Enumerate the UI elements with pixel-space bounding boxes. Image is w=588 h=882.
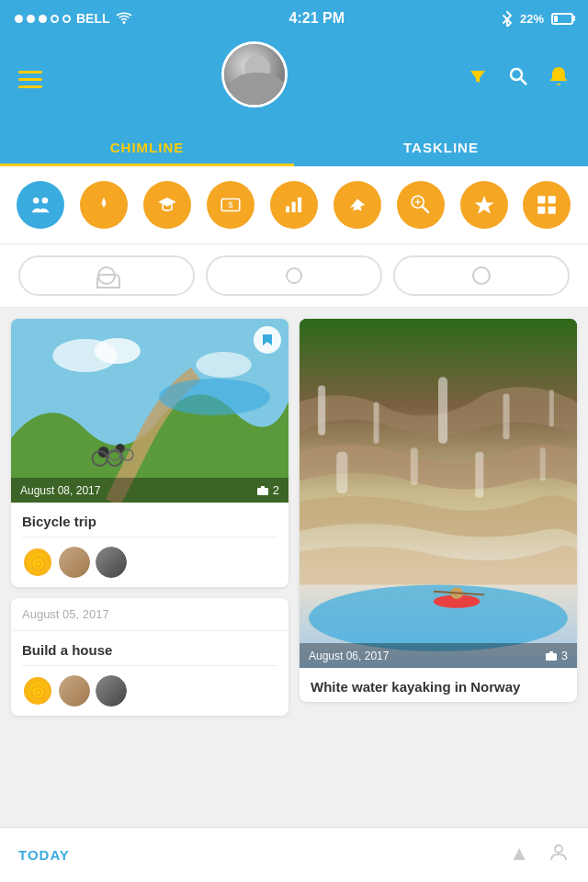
status-time: 4:21 PM (289, 10, 345, 27)
svg-point-22 (95, 338, 141, 364)
content-grid: August 08, 2017 2 Bicycle trip (0, 308, 588, 727)
notification-icon[interactable] (548, 65, 570, 93)
scroll-up-icon[interactable]: ▲ (509, 842, 529, 869)
category-favorites[interactable] (460, 181, 508, 229)
svg-rect-10 (298, 198, 301, 212)
svg-point-3 (33, 198, 40, 204)
svg-rect-17 (548, 196, 556, 203)
svg-rect-42 (540, 447, 546, 481)
coin-avatar2 (22, 675, 53, 707)
kayaking-meta: August 06, 2017 3 (300, 643, 577, 668)
scene-kayak (300, 319, 577, 668)
svg-rect-8 (286, 207, 289, 213)
header (0, 37, 588, 129)
moon-filter-icon (286, 267, 302, 284)
category-travel[interactable] (334, 181, 381, 229)
svg-rect-9 (292, 202, 296, 212)
svg-line-2 (521, 79, 526, 85)
avatar-user3 (59, 675, 90, 707)
build-house-avatars (11, 666, 288, 716)
avatar-user1 (59, 547, 90, 578)
avatar-coin (22, 547, 53, 578)
photo-icon2 (545, 650, 558, 662)
person1-avatar (59, 547, 90, 578)
category-family[interactable] (17, 181, 64, 229)
smiley-filter-icon (472, 266, 491, 285)
menu-button[interactable] (18, 71, 42, 88)
header-top (0, 37, 588, 121)
svg-marker-15 (474, 196, 493, 214)
right-column: August 06, 2017 3 White water kayaking i… (300, 319, 577, 716)
dot5 (62, 15, 71, 23)
battery-percent: 22% (520, 12, 544, 26)
svg-point-4 (42, 198, 49, 204)
category-row: $ (0, 166, 588, 244)
profile-icon[interactable] (548, 842, 570, 869)
avatar-user2 (96, 547, 127, 578)
build-house-date: August 05, 2017 (11, 598, 288, 631)
avatar[interactable] (221, 41, 288, 107)
card-build-house: August 05, 2017 Build a house (11, 598, 288, 716)
build-house-title: Build a house (11, 631, 288, 665)
left-column: August 08, 2017 2 Bicycle trip (11, 319, 288, 716)
svg-rect-19 (548, 207, 556, 214)
svg-rect-34 (318, 385, 325, 435)
bottom-bar: TODAY ▲ (0, 827, 588, 882)
carrier-label: BELL (76, 11, 110, 26)
person4-avatar (96, 675, 127, 707)
dot2 (27, 15, 35, 23)
wifi-icon (116, 12, 132, 25)
tab-taskline[interactable]: TASKLINE (294, 129, 588, 166)
svg-rect-39 (336, 452, 347, 493)
bicycle-photo-number: 2 (273, 483, 279, 497)
bookmark-button[interactable] (254, 326, 281, 354)
svg-rect-16 (538, 196, 546, 203)
category-work[interactable] (80, 181, 128, 229)
dot3 (39, 15, 47, 23)
filter-mood[interactable] (393, 255, 570, 296)
kayaking-image: August 06, 2017 3 (300, 319, 577, 668)
card-kayaking: August 06, 2017 3 White water kayaking i… (300, 319, 577, 702)
svg-line-12 (422, 207, 428, 213)
card-bicycle-trip: August 08, 2017 2 Bicycle trip (11, 319, 288, 587)
svg-marker-5 (158, 198, 176, 207)
filter-time[interactable] (206, 255, 382, 296)
kayaking-photo-count: 3 (545, 649, 568, 662)
category-stats[interactable] (270, 181, 318, 229)
svg-point-0 (122, 21, 125, 24)
person3-avatar (59, 675, 90, 707)
svg-rect-37 (503, 393, 509, 439)
scene-bikes (11, 319, 288, 503)
coin-avatar (22, 547, 53, 578)
battery-fill (554, 16, 558, 22)
bicycle-trip-image: August 08, 2017 2 (11, 319, 288, 503)
filter-people[interactable] (18, 255, 195, 296)
bicycle-trip-meta: August 08, 2017 2 (11, 478, 288, 503)
avatar-user4 (96, 675, 127, 707)
svg-point-43 (309, 585, 568, 651)
header-icons (467, 65, 570, 93)
category-sports[interactable] (397, 181, 445, 229)
battery-icon (551, 13, 573, 25)
filter-row (0, 244, 588, 308)
signal-dots (15, 15, 71, 23)
svg-point-48 (549, 655, 553, 659)
svg-rect-18 (538, 207, 546, 214)
person-filter-icon (97, 266, 116, 285)
today-label: TODAY (18, 847, 70, 863)
svg-point-49 (555, 845, 562, 853)
category-education[interactable] (143, 181, 191, 229)
filter-icon[interactable] (467, 65, 489, 93)
kayaking-date: August 06, 2017 (309, 650, 389, 662)
avatar-coin2 (22, 675, 53, 707)
tab-bar: CHIMLINE TASKLINE (0, 129, 588, 166)
svg-text:$: $ (228, 199, 233, 209)
category-money[interactable]: $ (207, 181, 254, 229)
search-icon[interactable] (507, 65, 529, 93)
person2-avatar (96, 547, 127, 578)
photo-count: 2 (256, 483, 279, 497)
bicycle-trip-title: Bicycle trip (11, 503, 288, 537)
svg-point-1 (511, 69, 522, 80)
category-grid[interactable] (523, 181, 571, 229)
tab-chimline[interactable]: CHIMLINE (0, 129, 294, 166)
